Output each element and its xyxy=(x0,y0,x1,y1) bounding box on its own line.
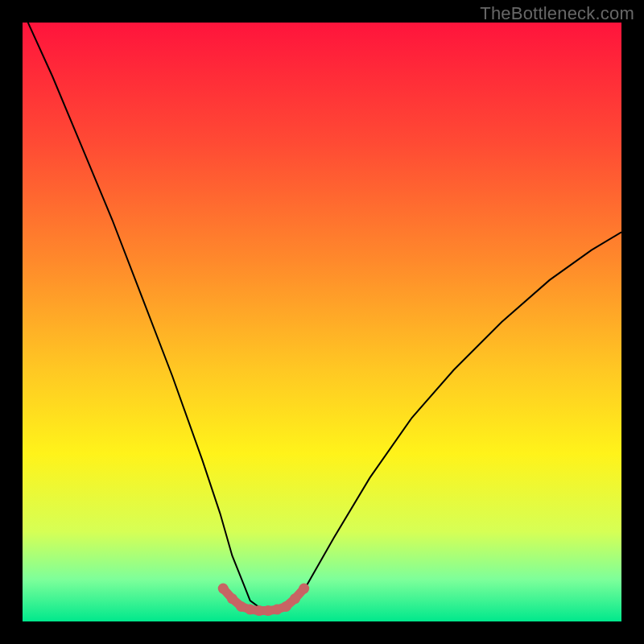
chart-container: { "watermark": "TheBottleneck.com", "col… xyxy=(0,0,644,644)
highlight-dot xyxy=(263,605,274,616)
highlight-dot xyxy=(281,601,291,612)
highlight-dot xyxy=(218,584,229,594)
watermark-text: TheBottleneck.com xyxy=(480,3,634,24)
highlight-dot xyxy=(299,584,309,594)
highlight-dot xyxy=(272,605,283,615)
gradient-background xyxy=(23,23,621,621)
highlight-dot xyxy=(245,605,255,615)
highlight-dot xyxy=(290,593,300,604)
highlight-dot xyxy=(227,593,237,604)
bottleneck-chart xyxy=(0,0,644,644)
highlight-dot xyxy=(254,605,264,616)
highlight-dot xyxy=(236,601,246,612)
